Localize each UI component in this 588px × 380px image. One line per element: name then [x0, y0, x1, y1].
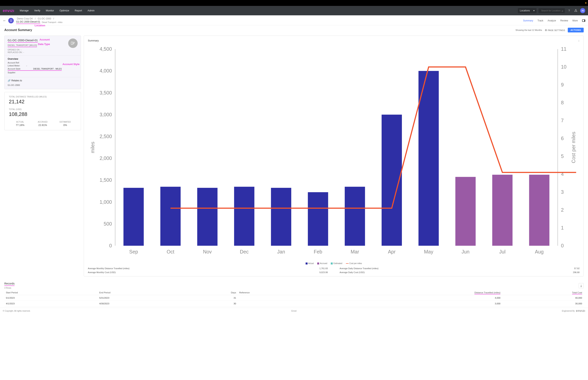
- svg-text:Nov: Nov: [203, 249, 212, 254]
- svg-text:Cost per miles: Cost per miles: [571, 132, 576, 163]
- svg-text:1,000: 1,000: [100, 199, 112, 205]
- overview-title: Overview: [8, 57, 78, 60]
- back-arrow-icon[interactable]: ←: [3, 19, 6, 23]
- pct-estimated-value: 0%: [54, 124, 76, 127]
- records-section: Records 3 Rows ⭳ Start Period End Period…: [0, 279, 588, 306]
- svg-text:Dec: Dec: [240, 249, 249, 254]
- link-icon: 🔗: [8, 79, 11, 82]
- chart-title: Summary: [88, 39, 99, 42]
- pct-accrued-label: ACCRUED: [31, 121, 54, 123]
- svg-text:Mar: Mar: [351, 249, 359, 254]
- nav-report[interactable]: Report: [75, 9, 82, 12]
- nav-manage[interactable]: Manage: [20, 9, 29, 12]
- replaced-on-label: REPLACED ON :: [8, 51, 23, 54]
- nav-verify[interactable]: Verify: [34, 9, 40, 12]
- svg-rect-40: [345, 187, 365, 246]
- nav-admin[interactable]: Admin: [88, 9, 95, 12]
- pct-actual-value: 77.18%: [9, 124, 31, 127]
- col-start-period[interactable]: Start Period: [4, 290, 98, 295]
- org-tree-icon[interactable]: [573, 8, 578, 13]
- svg-text:7: 7: [561, 118, 564, 123]
- col-distance[interactable]: Distance Travelled (miles): [322, 290, 502, 295]
- svg-rect-32: [197, 188, 218, 246]
- legend-actual-swatch: [305, 263, 307, 265]
- account-type-icon: [68, 38, 78, 48]
- pct-accrued-value: 22.81%: [31, 124, 54, 127]
- sub-nav: Summary Track Analyze Review More: [523, 19, 585, 22]
- svg-text:0: 0: [561, 243, 564, 248]
- distance-label: TOTAL DISTANCE TRAVELLED (MILES): [9, 96, 76, 98]
- table-row[interactable]: 5/1/20235/31/2023314,00040,000: [4, 295, 584, 301]
- summary-chart-card: Summary ↓ 05001,0001,5002,0002,5003,0003…: [84, 36, 584, 276]
- svg-rect-28: [123, 188, 144, 246]
- crumb-location[interactable]: G1-DC-2000: [38, 17, 51, 20]
- page-title-row: Account Summary Showing the last 12 Mont…: [0, 25, 588, 34]
- col-reference[interactable]: Reference: [238, 290, 322, 295]
- user-avatar[interactable]: JG: [580, 8, 585, 13]
- subnav-review[interactable]: Review: [560, 19, 568, 22]
- page-settings-button[interactable]: ⚙ PAGE SETTINGS: [545, 29, 565, 32]
- relates-item[interactable]: G1-DC-2000: [8, 84, 78, 86]
- kv-key-meter: Linked Meter:: [8, 64, 26, 67]
- cost-label: TOTAL (USD): [9, 108, 76, 111]
- svg-text:4,000: 4,000: [100, 68, 112, 74]
- footer: © Copyright. All rights reserved. Envizi…: [0, 308, 588, 314]
- svg-rect-0: [71, 42, 73, 45]
- legend-cost-label: Cost per miles: [349, 262, 362, 265]
- avg-daily-cost-value: 296.68: [573, 271, 580, 273]
- footer-eng-logo: envızı: [576, 309, 585, 313]
- download-icon[interactable]: ↓: [578, 39, 580, 42]
- table-row[interactable]: 4/1/20234/30/2023303,00030,000: [4, 301, 584, 306]
- kv-key-supplier: Supplier:: [8, 71, 26, 74]
- location-select[interactable]: Locations ▾: [518, 8, 536, 13]
- col-end-period[interactable]: End Period: [98, 290, 186, 295]
- col-days[interactable]: Days: [186, 290, 238, 295]
- svg-text:6: 6: [561, 135, 564, 141]
- legend-estimated-swatch: [331, 263, 333, 265]
- records-title: Records: [4, 282, 15, 286]
- records-count: 3 Rows: [4, 287, 15, 289]
- subnav-summary[interactable]: Summary: [523, 19, 533, 22]
- search-icon[interactable]: ⌕: [562, 9, 563, 12]
- svg-text:9: 9: [561, 82, 564, 87]
- brand-logo: envızı: [3, 8, 14, 13]
- svg-text:11: 11: [561, 46, 566, 52]
- cost-value: 108,288: [9, 111, 76, 117]
- menu-circle-button[interactable]: ☰: [8, 18, 14, 23]
- sub-header: ← ☰ Demo Corp D4 / G1-DC-2000 / G1-DC-20…: [0, 15, 588, 25]
- relates-title-text: Relates to: [11, 79, 22, 82]
- svg-text:1,500: 1,500: [100, 177, 112, 183]
- search-input[interactable]: [540, 8, 562, 13]
- help-icon[interactable]: ?: [567, 8, 571, 13]
- account-card: Account Data Type G1-DC-2000-Diesel-01 D…: [4, 36, 81, 89]
- top-navbar: envızı Manage Verify Monitor Optimize Re…: [0, 6, 588, 15]
- replaced-on-value: -: [23, 51, 24, 54]
- distance-value: 21,142: [9, 99, 76, 105]
- account-name: G1-DC-2000-Diesel-01: [8, 38, 38, 43]
- panel-toggle-icon[interactable]: [582, 19, 585, 22]
- crumb-root[interactable]: Demo Corp D4: [17, 17, 33, 20]
- subnav-more[interactable]: More: [572, 19, 578, 22]
- search-box: ⌕: [538, 8, 565, 13]
- legend-accrued-swatch: [317, 263, 319, 265]
- subnav-track[interactable]: Track: [537, 19, 543, 22]
- subnav-analyze[interactable]: Analyze: [548, 19, 556, 22]
- nav-optimize[interactable]: Optimize: [59, 9, 69, 12]
- location-select-label: Locations: [520, 9, 530, 12]
- svg-text:3: 3: [561, 189, 564, 195]
- col-total-cost[interactable]: Total Cost: [502, 290, 584, 295]
- svg-text:May: May: [424, 249, 433, 254]
- svg-text:5: 5: [561, 153, 564, 159]
- svg-text:Aug: Aug: [535, 249, 544, 254]
- records-download-icon[interactable]: ⭳: [579, 283, 584, 288]
- nav-monitor[interactable]: Monitor: [46, 9, 54, 12]
- gear-icon: ⚙: [545, 29, 547, 32]
- avg-monthly-cost-label: Average Monthly Cost (USD): [88, 271, 116, 273]
- svg-rect-38: [308, 192, 328, 246]
- footer-eng-label: Engineered By: [562, 310, 575, 312]
- relates-section: 🔗Relates to G1-DC-2000: [4, 77, 81, 89]
- kv-key-style: Account Style:: [8, 68, 26, 70]
- svg-text:3,000: 3,000: [100, 112, 112, 117]
- actions-button[interactable]: ACTIONS: [568, 28, 584, 32]
- avg-daily-dist-label: Average Daily Distance Travelled (miles): [340, 267, 379, 269]
